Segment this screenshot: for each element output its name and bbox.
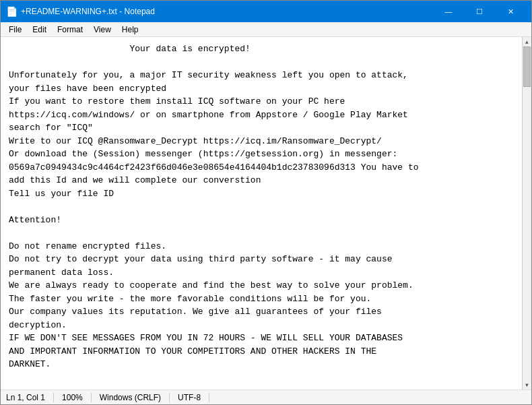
encoding: UTF-8: [170, 393, 209, 402]
text-editor[interactable]: Your data is encrypted! Unfortunately fo…: [1, 37, 522, 390]
editor-area: Your data is encrypted! Unfortunately fo…: [1, 37, 531, 390]
window-controls: — ☐ ✕: [433, 1, 526, 22]
line-ending: Windows (CRLF): [92, 393, 170, 402]
app-icon: 📄: [6, 6, 17, 17]
scroll-down-button[interactable]: ▼: [523, 380, 532, 390]
menu-file[interactable]: File: [3, 24, 27, 36]
cursor-position: Ln 1, Col 1: [6, 393, 54, 402]
status-bar: Ln 1, Col 1 100% Windows (CRLF) UTF-8: [1, 390, 531, 404]
menu-bar: File Edit Format View Help: [1, 22, 531, 37]
window-title: +README-WARNING+.txt - Notepad: [21, 7, 433, 16]
menu-format[interactable]: Format: [52, 24, 88, 36]
scroll-thumb[interactable]: [523, 46, 531, 87]
close-button[interactable]: ✕: [495, 1, 526, 22]
zoom-level: 100%: [54, 393, 92, 402]
maximize-button[interactable]: ☐: [464, 1, 495, 22]
vertical-scrollbar[interactable]: ▲ ▼: [522, 37, 531, 390]
scroll-up-button[interactable]: ▲: [523, 37, 532, 46]
title-bar: 📄 +README-WARNING+.txt - Notepad — ☐ ✕: [1, 1, 531, 22]
menu-view[interactable]: View: [88, 24, 117, 36]
scroll-track[interactable]: [523, 46, 531, 380]
menu-edit[interactable]: Edit: [27, 24, 52, 36]
notepad-window: 📄 +README-WARNING+.txt - Notepad — ☐ ✕ F…: [0, 0, 532, 405]
menu-help[interactable]: Help: [117, 24, 144, 36]
minimize-button[interactable]: —: [433, 1, 464, 22]
